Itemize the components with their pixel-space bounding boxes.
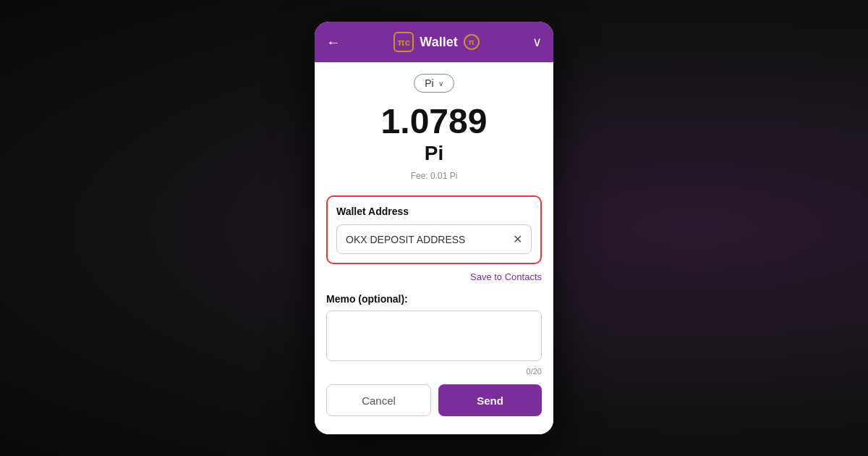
currency-selector-row: Pi ∨	[326, 74, 542, 93]
wallet-body: Pi ∨ 1.0789 Pi Fee: 0.01 Pi Wallet Addre…	[315, 62, 553, 434]
memo-input[interactable]	[326, 311, 542, 361]
currency-pill[interactable]: Pi ∨	[414, 74, 454, 93]
save-contacts-row: Save to Contacts	[326, 270, 542, 283]
send-button[interactable]: Send	[438, 384, 542, 416]
header-center: πc Wallet π	[393, 32, 479, 52]
fee-text: Fee: 0.01 Pi	[326, 171, 542, 181]
balance-amount: 1.0789	[326, 104, 542, 139]
memo-counter: 0/20	[326, 367, 542, 376]
balance-section: 1.0789 Pi Fee: 0.01 Pi	[326, 104, 542, 181]
back-button[interactable]: ←	[326, 34, 341, 51]
dropdown-chevron-icon[interactable]: ∨	[532, 34, 542, 50]
wallet-icon-box: πc	[393, 32, 414, 52]
clear-address-icon[interactable]: ✕	[513, 232, 522, 246]
currency-chevron-icon: ∨	[438, 80, 443, 88]
cancel-button[interactable]: Cancel	[326, 384, 431, 416]
wallet-icon-label: πc	[398, 37, 410, 48]
wallet-address-label: Wallet Address	[336, 206, 532, 217]
memo-label: Memo (optional):	[326, 293, 542, 305]
pi-symbol: π	[468, 38, 474, 46]
phone-frame: ← πc Wallet π ∨ Pi ∨ 1.0789 Pi Fee: 0.01…	[315, 22, 553, 434]
save-to-contacts-link[interactable]: Save to Contacts	[470, 271, 542, 282]
wallet-address-section: Wallet Address ✕	[326, 195, 542, 264]
memo-section: Memo (optional): 0/20	[326, 293, 542, 376]
wallet-address-input[interactable]	[346, 234, 507, 245]
balance-currency: Pi	[326, 142, 542, 165]
wallet-address-input-wrapper[interactable]: ✕	[336, 224, 532, 254]
header-title: Wallet	[420, 35, 457, 50]
currency-label: Pi	[425, 77, 433, 89]
pi-badge-icon: π	[464, 34, 480, 50]
action-buttons-row: Cancel Send	[326, 384, 542, 416]
app-header: ← πc Wallet π ∨	[315, 22, 553, 62]
